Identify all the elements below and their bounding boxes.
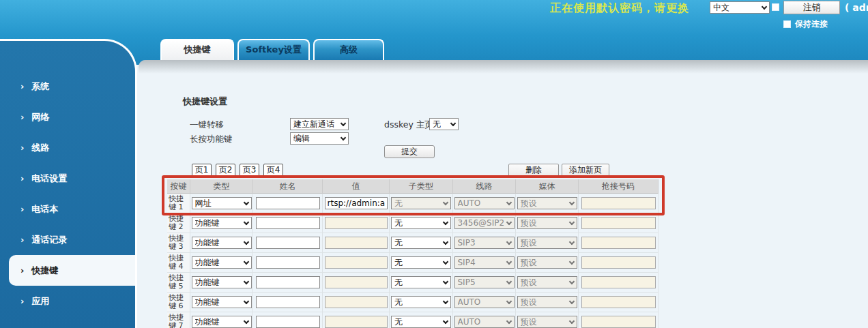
media-select: 预设 bbox=[517, 316, 577, 328]
subtype-select[interactable]: 无 bbox=[391, 256, 451, 269]
add-page-button[interactable]: 添加新页 bbox=[562, 164, 609, 177]
pickup-number-input bbox=[581, 237, 656, 249]
chevron-down-icon bbox=[243, 258, 248, 264]
dsskey-homepage-select[interactable]: 无 bbox=[429, 118, 459, 130]
tab-softkey-settings[interactable]: Softkey设置 bbox=[237, 39, 310, 60]
subtype-select[interactable]: 无 bbox=[391, 237, 451, 249]
chevron-down-icon bbox=[506, 278, 511, 284]
chevron-right-icon: › bbox=[20, 235, 24, 244]
chevron-down-icon bbox=[243, 278, 248, 284]
sidebar: › 系统 › 网络 › 线路 › 电话设置 › 电话本 › 通话记录 › 快捷键… bbox=[0, 39, 137, 328]
page-tab-2[interactable]: 页2 bbox=[216, 164, 235, 177]
row-key-label: 快捷键 1 bbox=[167, 194, 190, 213]
name-input[interactable] bbox=[256, 316, 320, 328]
chevron-down-icon bbox=[443, 278, 448, 284]
delete-button[interactable]: 删除 bbox=[508, 164, 559, 177]
chevron-down-icon bbox=[243, 199, 248, 205]
chevron-down-icon bbox=[443, 219, 448, 224]
name-input[interactable] bbox=[256, 296, 320, 308]
pickup-number-input bbox=[581, 256, 656, 269]
subtype-select[interactable]: 无 bbox=[391, 276, 451, 288]
sidebar-item-network[interactable]: › 网络 bbox=[0, 102, 135, 132]
pickup-number-input bbox=[581, 197, 656, 209]
subtype-select[interactable]: 无 bbox=[391, 217, 451, 229]
chevron-down-icon bbox=[568, 298, 574, 303]
type-select[interactable]: 功能键 bbox=[192, 316, 252, 328]
col-header-key: 按键 bbox=[167, 179, 190, 194]
value-input bbox=[325, 276, 388, 288]
col-header-name: 姓名 bbox=[253, 179, 323, 194]
tab-shortcut-keys[interactable]: 快捷键 bbox=[160, 39, 234, 60]
logged-in-user-hint: ( adm bbox=[845, 2, 868, 13]
sidebar-item-label: 网络 bbox=[31, 111, 49, 123]
subtype-select[interactable]: 无 bbox=[391, 296, 451, 308]
sidebar-item-phone-settings[interactable]: › 电话设置 bbox=[0, 163, 135, 194]
sidebar-item-shortcut-keys[interactable]: › 快捷键 bbox=[9, 255, 135, 286]
chevron-right-icon: › bbox=[20, 82, 24, 91]
value-input[interactable] bbox=[325, 197, 388, 209]
long-press-select[interactable]: 编辑 bbox=[290, 132, 349, 145]
language-select-value: 中文 bbox=[713, 2, 729, 14]
type-select[interactable]: 功能键 bbox=[192, 276, 252, 288]
sidebar-item-label: 快捷键 bbox=[31, 265, 58, 277]
page-tab-3[interactable]: 页3 bbox=[240, 164, 259, 177]
line-select: AUTO bbox=[454, 296, 515, 308]
line-select: SIP5 bbox=[454, 276, 515, 288]
value-input bbox=[325, 237, 388, 249]
chevron-down-icon bbox=[506, 219, 511, 224]
chevron-down-icon bbox=[506, 298, 511, 303]
line-select: AUTO bbox=[454, 197, 515, 209]
type-select[interactable]: 功能键 bbox=[192, 296, 252, 308]
sidebar-item-application[interactable]: › 应用 bbox=[0, 286, 135, 316]
logout-button[interactable]: 注销 bbox=[783, 1, 840, 14]
sidebar-item-label: 电话本 bbox=[31, 203, 58, 215]
chevron-down-icon bbox=[506, 258, 511, 264]
one-key-transfer-select[interactable]: 建立新通话 bbox=[290, 118, 349, 130]
name-input[interactable] bbox=[256, 276, 320, 288]
type-select[interactable]: 功能键 bbox=[192, 237, 252, 249]
sidebar-item-label: 电话设置 bbox=[31, 173, 67, 185]
submit-button[interactable]: 提交 bbox=[384, 145, 435, 158]
tab-advanced[interactable]: 高级 bbox=[313, 39, 384, 60]
subtype-select[interactable]: 无 bbox=[391, 316, 451, 328]
chevron-down-icon bbox=[443, 318, 448, 323]
chevron-down-icon bbox=[568, 318, 574, 323]
page-tab-1[interactable]: 页1 bbox=[192, 164, 212, 177]
page-tab-4[interactable]: 页4 bbox=[263, 164, 283, 177]
pickup-number-input bbox=[581, 316, 656, 328]
shortcut-key-table: 按键 类型 姓名 值 子类型 线路 媒体 抢接号码 快捷键 1 网址 无 AUT… bbox=[167, 179, 659, 328]
chevron-down-icon bbox=[243, 298, 248, 303]
keep-alive-checkbox[interactable] bbox=[783, 20, 791, 28]
chevron-right-icon: › bbox=[20, 205, 24, 213]
col-header-line: 线路 bbox=[453, 179, 516, 194]
name-input[interactable] bbox=[256, 237, 320, 249]
sidebar-item-label: 通话记录 bbox=[31, 234, 67, 246]
sidebar-item-line[interactable]: › 线路 bbox=[0, 132, 135, 163]
chevron-down-icon bbox=[568, 278, 574, 284]
name-input[interactable] bbox=[256, 256, 320, 269]
col-header-subtype: 子类型 bbox=[390, 179, 453, 194]
name-input[interactable] bbox=[256, 197, 320, 209]
sidebar-item-call-log[interactable]: › 通话记录 bbox=[0, 224, 135, 255]
type-select[interactable]: 功能键 bbox=[192, 256, 252, 269]
row-key-label: 快捷键 5 bbox=[167, 273, 190, 293]
chevron-down-icon bbox=[443, 199, 448, 205]
chevron-right-icon: › bbox=[20, 174, 24, 183]
chevron-down-icon bbox=[568, 239, 574, 244]
sidebar-item-label: 线路 bbox=[31, 142, 49, 154]
name-input[interactable] bbox=[256, 217, 320, 229]
topbar-checkbox[interactable] bbox=[772, 3, 779, 11]
chevron-down-icon bbox=[243, 239, 248, 244]
table-row: 网址 bbox=[190, 194, 253, 213]
type-select[interactable]: 网址 bbox=[192, 197, 252, 209]
chevron-down-icon bbox=[568, 199, 574, 205]
chevron-right-icon: › bbox=[20, 266, 24, 275]
language-select[interactable]: 中文 bbox=[710, 1, 770, 14]
media-select: 预设 bbox=[517, 256, 577, 269]
type-select[interactable]: 功能键 bbox=[192, 217, 252, 229]
long-press-label: 长按功能键 bbox=[190, 134, 233, 145]
sidebar-item-phonebook[interactable]: › 电话本 bbox=[0, 194, 135, 224]
col-header-pickup-number: 抢接号码 bbox=[579, 179, 659, 194]
row-key-label: 快捷键 7 bbox=[167, 312, 190, 328]
sidebar-item-system[interactable]: › 系统 bbox=[0, 71, 135, 102]
